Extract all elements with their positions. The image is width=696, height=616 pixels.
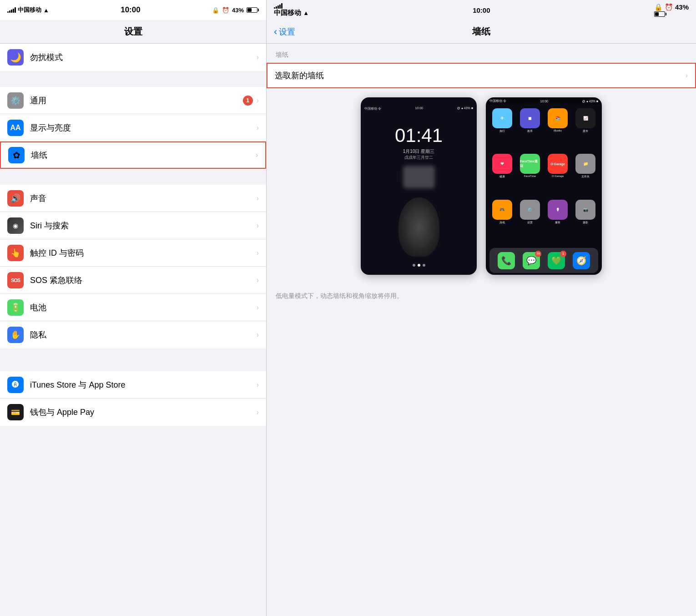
- do-not-disturb-label: 勿扰模式: [30, 52, 257, 63]
- privacy-chevron: ›: [257, 331, 259, 339]
- app-label-podcast: 播客: [555, 221, 560, 225]
- back-button[interactable]: ‹ 设置: [274, 26, 295, 38]
- dock-phone: 📞: [498, 252, 515, 269]
- settings-item-sounds[interactable]: 🔊 声音 ›: [0, 185, 266, 212]
- app-icon-travel: ✈: [492, 108, 512, 128]
- section-group-bottom: 🅐 iTunes Store 与 App Store › 💳 钱包与 Apple…: [0, 371, 266, 426]
- general-badge: 1: [243, 96, 253, 106]
- hs-app-podcast: 🎙 播客: [545, 200, 570, 242]
- siri-label: Siri 与搜索: [30, 220, 257, 231]
- hs-app-travel: ✈ 旅行: [489, 108, 514, 151]
- battery-chevron: ›: [257, 303, 259, 312]
- settings-item-wallpaper[interactable]: ✿ 墙纸 ›: [0, 141, 266, 169]
- right-alarm-icon: ⏰: [665, 3, 673, 11]
- section-group-second: ⚙️ 通用 1 › AA 显示与亮度 › ✿ 墙纸 ›: [0, 87, 266, 169]
- siri-chevron: ›: [257, 222, 259, 230]
- wallet-label: 钱包与 Apple Pay: [30, 407, 257, 418]
- right-battery-fill: [655, 12, 659, 16]
- wifi-icon: ▲: [43, 7, 49, 14]
- wallpaper-icon: ✿: [8, 147, 25, 163]
- wallpaper-label: 墙纸: [31, 150, 256, 161]
- ls-battery-small: @ ● 43% ■: [457, 106, 473, 111]
- right-right-icons: 🔒 ⏰ 43%: [654, 3, 689, 17]
- touch-id-label: 触控 ID 与密码: [30, 247, 257, 258]
- app-label-efficiency: 效率: [527, 129, 533, 133]
- bar1: [7, 11, 9, 13]
- app-label-facetime: FaceTime: [524, 175, 536, 177]
- hs-app-efficiency: ◼ 效率: [517, 108, 542, 151]
- dock-wechat: 💚 1: [548, 252, 565, 269]
- left-time: 10:00: [121, 5, 140, 15]
- right-lock-icon: 🔒: [654, 3, 663, 11]
- wallpaper-previews: 中国移动 令 10:00 @ ● 43% ■ 01:41 1月10日 星期三 戊…: [267, 88, 696, 284]
- wallpaper-section-label: 墙纸: [267, 44, 696, 63]
- general-label: 通用: [30, 95, 243, 106]
- settings-item-privacy[interactable]: ✋ 隐私 ›: [0, 321, 266, 348]
- battery-tip: [258, 9, 259, 11]
- dock-wechat-badge: 1: [560, 251, 566, 257]
- hs-carrier: 中国移动 令: [489, 99, 506, 103]
- settings-item-itunes[interactable]: 🅐 iTunes Store 与 App Store ›: [0, 371, 266, 399]
- settings-item-siri[interactable]: ◉ Siri 与搜索 ›: [0, 212, 266, 239]
- ls-page-dots: [413, 264, 425, 267]
- right-battery-icon: [654, 11, 689, 17]
- left-status-bar: 中国移动 ▲ 10:00 🔒 ⏰ 43%: [0, 0, 266, 20]
- ls-big-time: 01:41: [395, 125, 443, 146]
- app-label-health: 健康: [499, 175, 505, 179]
- right-battery-tip: [666, 13, 666, 15]
- back-label: 设置: [279, 26, 295, 37]
- right-battery-pct: 43%: [675, 3, 689, 11]
- sos-label: SOS 紧急联络: [30, 275, 257, 286]
- battery-body: [247, 7, 257, 13]
- general-icon: ⚙️: [7, 92, 24, 109]
- sounds-icon: 🔊: [7, 190, 24, 207]
- app-icon-efficiency: ◼: [520, 108, 540, 128]
- app-label-ibooks: iBooks: [554, 129, 562, 132]
- sos-icon: SOS: [7, 272, 24, 288]
- settings-item-sos[interactable]: SOS SOS 紧急联络 ›: [0, 267, 266, 294]
- settings-item-wallet[interactable]: 💳 钱包与 Apple Pay ›: [0, 399, 266, 426]
- right-wifi-icon: ▲: [303, 10, 309, 16]
- choose-new-wallpaper-row[interactable]: 选取新的墙纸 ›: [267, 63, 696, 88]
- app-icon-garage: O·Garage: [548, 154, 568, 174]
- itunes-icon: 🅐: [7, 377, 24, 393]
- app-icon-settings: ⚙️: [520, 200, 540, 220]
- app-label-camera: 摄影: [583, 221, 588, 225]
- settings-item-touch-id[interactable]: 👆 触控 ID 与密码 ›: [0, 239, 266, 267]
- siri-icon: ◉: [7, 217, 24, 234]
- settings-item-display[interactable]: AA 显示与亮度 ›: [0, 114, 266, 141]
- settings-item-do-not-disturb[interactable]: 🌙 勿扰模式 ›: [0, 44, 266, 71]
- app-icon-files: 📁: [575, 154, 595, 174]
- wallpaper-content: 墙纸 选取新的墙纸 › 中国移动 令 10:00 @ ● 43% ■ 01:41…: [267, 44, 696, 616]
- left-title: 设置: [124, 25, 142, 38]
- app-label-stocks: 股市: [583, 129, 588, 133]
- right-carrier-label: 中国移动: [274, 9, 301, 16]
- display-label: 显示与亮度: [30, 122, 257, 133]
- lock-screen-preview[interactable]: 中国移动 令 10:00 @ ● 43% ■ 01:41 1月10日 星期三 戊…: [361, 97, 477, 275]
- app-label-games: 游戏: [499, 221, 505, 225]
- battery-fill: [247, 8, 252, 12]
- hs-battery-small: @ ● 43% ■: [582, 100, 598, 103]
- hs-app-camera: 📷 摄影: [573, 200, 598, 242]
- left-carrier-label: 中国移动: [18, 6, 41, 14]
- battery-icon: [247, 7, 259, 13]
- hs-app-garage: O·Garage O·Garage: [545, 154, 570, 197]
- bar5: [15, 7, 16, 13]
- bar3: [11, 10, 12, 13]
- dock-safari: 🧭: [573, 252, 590, 269]
- settings-item-battery[interactable]: 🔋 电池 ›: [0, 294, 266, 321]
- right-nav-bar: ‹ 设置 墙纸: [267, 20, 696, 44]
- privacy-icon: ✋: [7, 327, 24, 343]
- hs-app-games: 🎮 游戏: [489, 200, 514, 242]
- section-gap-2: [0, 169, 266, 185]
- do-not-disturb-icon: 🌙: [7, 49, 24, 66]
- app-icon-health: ❤: [492, 154, 512, 174]
- app-label-travel: 旅行: [499, 129, 505, 133]
- hs-app-settings: ⚙️ 设置: [517, 200, 542, 242]
- home-screen-preview[interactable]: 中国移动 令 10:00 @ ● 43% ■ ✈ 旅行 ◼ 效率 📚: [486, 97, 602, 275]
- left-nav-bar: 设置: [0, 20, 266, 44]
- app-icon-games: 🎮: [492, 200, 512, 220]
- app-icon-camera: 📷: [575, 200, 595, 220]
- settings-item-general[interactable]: ⚙️ 通用 1 ›: [0, 87, 266, 114]
- r-bar4: [279, 5, 281, 9]
